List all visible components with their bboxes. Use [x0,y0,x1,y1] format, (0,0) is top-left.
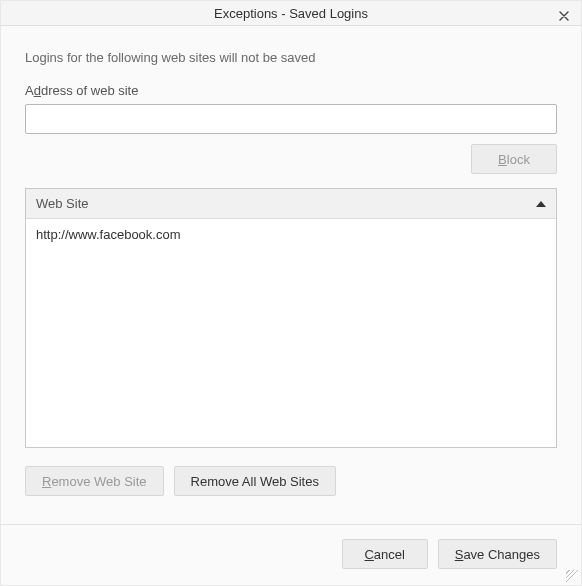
remove-site-button[interactable]: Remove Web Site [25,466,164,496]
table-body: http://www.facebook.com [26,219,556,447]
remove-button-row: Remove Web Site Remove All Web Sites [25,466,557,496]
close-button[interactable] [553,5,575,27]
table-header-label: Web Site [36,196,89,211]
resize-grip-icon[interactable] [566,570,578,582]
titlebar: Exceptions - Saved Logins [1,1,581,26]
sort-ascending-icon [536,201,546,207]
sites-table: Web Site http://www.facebook.com [25,188,557,448]
address-label: Address of web site [25,83,557,98]
remove-all-button[interactable]: Remove All Web Sites [174,466,336,496]
window-title: Exceptions - Saved Logins [214,6,368,21]
block-button[interactable]: Block [471,144,557,174]
block-row: Block [25,144,557,174]
close-icon [559,8,569,24]
table-row[interactable]: http://www.facebook.com [26,219,556,250]
cancel-button[interactable]: Cancel [342,539,428,569]
dialog-content: Logins for the following web sites will … [1,26,581,524]
description-text: Logins for the following web sites will … [25,50,557,65]
address-input[interactable] [25,104,557,134]
dialog-footer: Cancel Save Changes [1,524,581,585]
save-changes-button[interactable]: Save Changes [438,539,557,569]
exceptions-dialog: Exceptions - Saved Logins Logins for the… [0,0,582,586]
table-header-website[interactable]: Web Site [26,189,556,219]
